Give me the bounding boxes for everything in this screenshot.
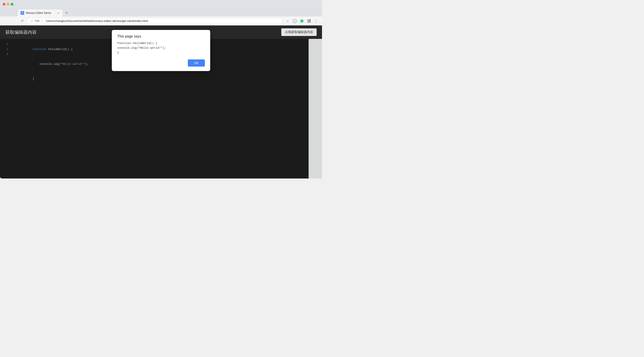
- tab-title: Monaco Editor Demo: [26, 11, 54, 14]
- address-input[interactable]: 📄 File | /Users/changluo/Documents/GitHu…: [27, 18, 283, 24]
- svg-rect-7: [309, 21, 310, 22]
- extension-button-1[interactable]: +: [292, 18, 298, 24]
- extension-button-2[interactable]: ✓: [299, 18, 305, 24]
- alert-dialog: This page says function helloWorld() { c…: [112, 30, 210, 71]
- active-tab[interactable]: M Monaco Editor Demo ✕: [18, 9, 62, 16]
- dialog-line-3: }: [117, 50, 205, 55]
- dialog-title: This page says: [117, 34, 205, 38]
- address-separator: |: [42, 19, 42, 22]
- address-actions: ☆ + ✓ ⋮: [284, 18, 319, 24]
- file-icon: 📄: [30, 19, 33, 22]
- ok-button[interactable]: OK: [188, 59, 205, 66]
- address-bar: ‹ › ↺ 📄 File | /Users/changluo/Documents…: [0, 16, 322, 25]
- maximize-button[interactable]: [11, 3, 14, 5]
- svg-rect-5: [309, 19, 310, 21]
- title-bar: [0, 0, 322, 8]
- browser-window: M Monaco Editor Demo ✕ + ‹ › ↺ 📄 File | …: [0, 0, 322, 178]
- minimize-button[interactable]: [7, 3, 10, 5]
- dialog-body: function helloWorld() { console.log("Hel…: [117, 41, 205, 55]
- refresh-button[interactable]: ↺: [19, 18, 25, 24]
- star-button[interactable]: ☆: [284, 18, 291, 24]
- extension-button-3[interactable]: [306, 18, 312, 24]
- traffic-lights: [3, 3, 14, 5]
- dialog-line-1: function helloWorld() {: [117, 41, 205, 46]
- svg-text:✓: ✓: [301, 20, 303, 22]
- address-url: /Users/changluo/Documents/GitHub/monaco-…: [46, 19, 280, 22]
- svg-text:+: +: [294, 20, 296, 22]
- dialog-footer: OK: [117, 59, 205, 66]
- tab-close-button[interactable]: ✕: [56, 11, 60, 15]
- svg-rect-4: [308, 19, 309, 21]
- close-button[interactable]: [3, 3, 5, 5]
- dialog-line-2: console.log("Hello world!");: [117, 46, 205, 50]
- svg-rect-6: [308, 21, 309, 22]
- page-content: 获取编辑器内容 点我获取编辑器内容 1 2 3 function helloWo…: [0, 25, 322, 178]
- dialog-overlay: This page says function helloWorld() { c…: [0, 25, 322, 178]
- back-button[interactable]: ‹: [3, 18, 9, 24]
- forward-button[interactable]: ›: [11, 18, 17, 24]
- menu-button[interactable]: ⋮: [313, 18, 319, 24]
- new-tab-button[interactable]: +: [64, 10, 70, 16]
- tab-favicon: M: [20, 11, 24, 15]
- address-protocol: File: [35, 19, 40, 22]
- tab-bar: M Monaco Editor Demo ✕ +: [0, 8, 322, 16]
